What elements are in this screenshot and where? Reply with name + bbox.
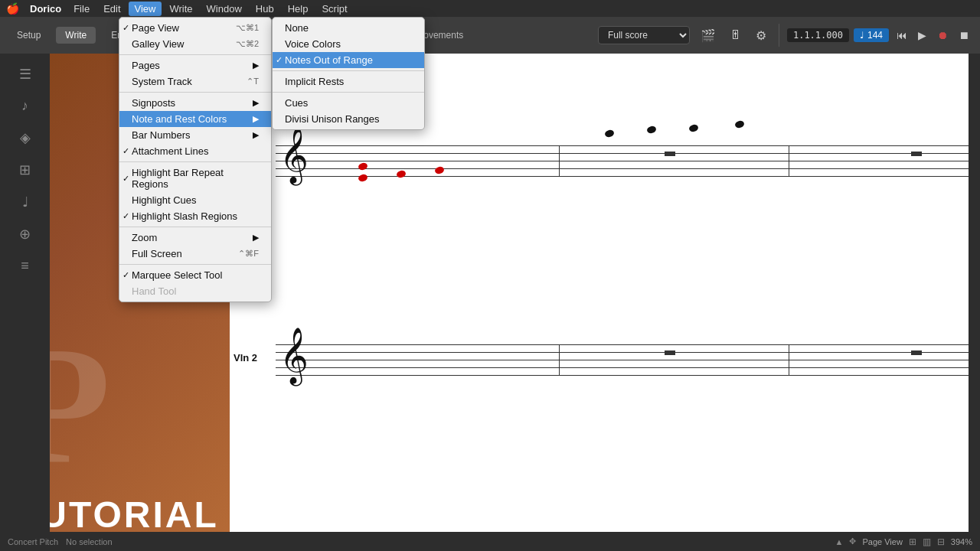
menu-item-zoom[interactable]: Zoom ▶ — [119, 230, 271, 246]
sidebar-icon-2[interactable]: ♪ — [17, 93, 33, 119]
layout-icon[interactable]: ⊟ — [937, 536, 945, 547]
divider-5 — [119, 264, 271, 265]
rest-vln2-1 — [665, 350, 675, 355]
status-selection: No selection — [66, 537, 113, 546]
sidebar-icon-7[interactable]: ≡ — [16, 253, 34, 279]
label-cues: Cues — [285, 97, 308, 109]
tab-write[interactable]: Write — [56, 27, 96, 44]
rewind-button[interactable]: ⏮ — [893, 28, 910, 43]
sidebar-icon-4[interactable]: ⊞ — [15, 157, 35, 183]
red-note-4 — [358, 174, 368, 183]
menu-label-galley-view: Galley View — [132, 38, 184, 50]
note-colors-none[interactable]: None — [273, 20, 424, 36]
label-none: None — [285, 22, 309, 34]
menu-item-full-screen[interactable]: Full Screen ⌃⌘F — [119, 246, 271, 262]
menu-file[interactable]: File — [67, 2, 96, 16]
menu-label-highlight-slash: Highlight Slash Regions — [132, 210, 237, 222]
play-button[interactable]: ▶ — [915, 28, 929, 43]
tempo-display: ♩ 144 — [854, 28, 889, 42]
status-right: ▲ ✥ Page View ⊞ ▥ ⊟ 394% — [835, 536, 972, 547]
menu-label-system-track: System Track — [132, 76, 192, 87]
note-colors-voice[interactable]: Voice Colors — [273, 36, 424, 52]
menu-item-note-rest-colors[interactable]: Note and Rest Colors ▶ — [119, 111, 271, 127]
note-colors-implicit-rests[interactable]: Implicit Rests — [273, 73, 424, 90]
rest-2 — [911, 152, 922, 156]
menu-item-page-view[interactable]: ✓ Page View ⌥⌘1 — [119, 20, 271, 36]
menu-label-page-view: Page View — [132, 22, 179, 34]
cursor-icon[interactable]: ✥ — [849, 536, 856, 546]
black-note-1 — [604, 129, 615, 139]
menu-view[interactable]: View — [129, 2, 162, 16]
note-colors-cues[interactable]: Cues — [273, 95, 424, 111]
note-colors-submenu: None Voice Colors ✓ Notes Out of Range I… — [272, 17, 425, 130]
note-colors-divider — [273, 70, 424, 71]
menu-edit[interactable]: Edit — [97, 2, 126, 16]
sidebar-icon-3[interactable]: ◈ — [15, 125, 35, 151]
menu-item-pages[interactable]: Pages ▶ — [119, 57, 271, 73]
note-colors-divisi[interactable]: Divisi Unison Ranges — [273, 111, 424, 127]
toolbar-icons: 🎬 🎚 ⚙ 1.1.1.000 ♩ 144 ⏮ ▶ ⏺ ⏹ — [696, 24, 972, 47]
menu-label-full-screen: Full Screen — [132, 248, 182, 259]
menu-write[interactable]: Write — [163, 2, 198, 16]
sidebar-icon-6[interactable]: ⊕ — [15, 221, 35, 247]
arrow-note-rest-colors: ▶ — [253, 114, 259, 124]
label-voice: Voice Colors — [285, 38, 341, 50]
note-colors-out-of-range[interactable]: ✓ Notes Out of Range — [273, 52, 424, 68]
rest-vln2-2 — [911, 350, 922, 355]
score-selector[interactable]: Full score — [598, 26, 690, 44]
sidebar-icon-5[interactable]: ♩ — [18, 189, 33, 215]
menu-hub[interactable]: Hub — [250, 2, 280, 16]
menu-label-pages: Pages — [132, 60, 160, 71]
menu-bar-app-group: 🍎 Dorico — [0, 2, 67, 15]
app-name[interactable]: Dorico — [30, 3, 61, 15]
film-icon[interactable]: 🎬 — [696, 26, 720, 45]
apple-menu[interactable]: 🍎 — [6, 2, 19, 15]
menu-label-zoom: Zoom — [132, 232, 157, 243]
check-attachment-lines: ✓ — [122, 146, 129, 156]
menu-script[interactable]: Script — [315, 2, 353, 16]
menu-help[interactable]: Help — [282, 2, 315, 16]
grid-icon[interactable]: ▥ — [923, 536, 931, 547]
arrow-signposts: ▶ — [253, 98, 259, 108]
menu-label-attachment-lines: Attachment Lines — [132, 145, 208, 157]
menu-item-galley-view[interactable]: Galley View ⌥⌘2 — [119, 36, 271, 52]
menu-item-attachment-lines[interactable]: ✓ Attachment Lines — [119, 143, 271, 159]
divider-1 — [119, 54, 271, 55]
menu-label-hand-tool: Hand Tool — [132, 285, 176, 297]
black-note-4 — [734, 120, 745, 129]
menu-item-highlight-bar-repeat[interactable]: ✓ Highlight Bar Repeat Regions — [119, 165, 271, 192]
record-button[interactable]: ⏺ — [934, 28, 951, 43]
treble-clef-1: 𝄞 — [279, 130, 309, 179]
sidebar-icon-1[interactable]: ☰ — [15, 61, 36, 87]
left-sidebar: ☰ ♪ ◈ ⊞ ♩ ⊕ ≡ — [0, 54, 50, 532]
rest-1 — [665, 152, 675, 156]
note-colors-divider-2 — [273, 92, 424, 93]
shortcut-full-screen: ⌃⌘F — [238, 249, 259, 259]
arrow-bar-numbers: ▶ — [253, 130, 259, 140]
label-out-of-range: Notes Out of Range — [285, 54, 373, 66]
tempo-icon: ♩ — [860, 30, 864, 41]
menu-label-marquee-select: Marquee Select Tool — [132, 269, 222, 281]
settings-icon[interactable]: ⚙ — [751, 26, 771, 45]
menu-item-highlight-slash[interactable]: ✓ Highlight Slash Regions — [119, 208, 271, 224]
view-toggle-icon[interactable]: ⊞ — [909, 536, 916, 547]
menu-item-marquee-select[interactable]: ✓ Marquee Select Tool — [119, 267, 271, 283]
mixer-icon[interactable]: 🎚 — [725, 26, 746, 44]
menu-item-signposts[interactable]: Signposts ▶ — [119, 95, 271, 111]
menu-item-system-track[interactable]: System Track ⌃T — [119, 73, 271, 90]
stop-button[interactable]: ⏹ — [956, 28, 972, 43]
shortcut-page-view: ⌥⌘1 — [236, 23, 259, 33]
menu-window[interactable]: Window — [201, 2, 248, 16]
black-note-3 — [688, 124, 699, 133]
check-marquee-select: ✓ — [122, 270, 129, 280]
status-bar: Concert Pitch No selection ▲ ✥ Page View… — [0, 532, 980, 551]
check-highlight-bar-repeat: ✓ — [122, 174, 129, 184]
menu-label-note-rest-colors: Note and Rest Colors — [132, 113, 227, 125]
tab-setup[interactable]: Setup — [8, 27, 50, 44]
menu-item-bar-numbers[interactable]: Bar Numbers ▶ — [119, 127, 271, 143]
menu-item-highlight-cues[interactable]: Highlight Cues — [119, 192, 271, 208]
check-highlight-slash: ✓ — [122, 211, 129, 221]
label-divisi: Divisi Unison Ranges — [285, 113, 380, 125]
status-up-icon[interactable]: ▲ — [835, 537, 844, 546]
menu-label-highlight-cues: Highlight Cues — [132, 194, 197, 206]
